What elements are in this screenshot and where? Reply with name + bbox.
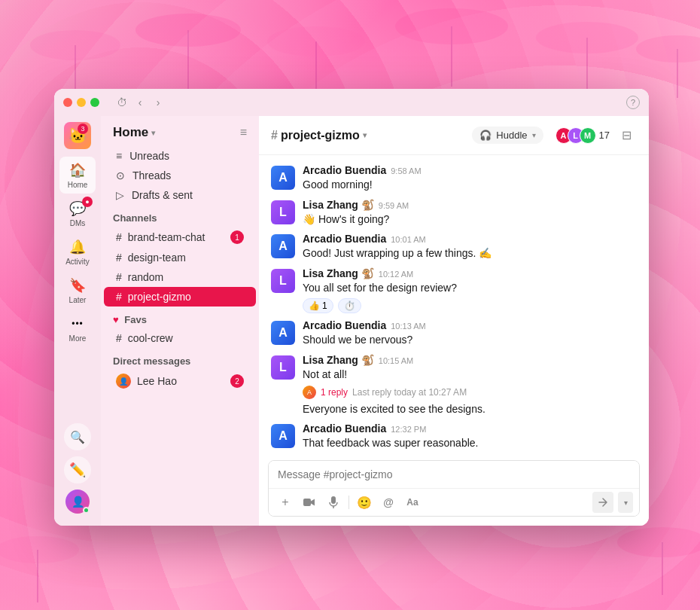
message-header: Arcadio Buendia 10:01 AM bbox=[303, 233, 637, 245]
forward-icon[interactable]: › bbox=[151, 95, 166, 110]
input-toolbar: + 🙂 @ Aa bbox=[269, 488, 639, 516]
message-reactions: 👍 1 ⏱️ bbox=[303, 298, 637, 313]
message-row: A Arcadio Buendia 10:13 AM Should we be … bbox=[271, 319, 637, 348]
message-time: 9:58 AM bbox=[391, 166, 421, 175]
reaction-timer[interactable]: ⏱️ bbox=[338, 298, 361, 313]
channel-random[interactable]: # random bbox=[104, 267, 256, 287]
format-button[interactable]: Aa bbox=[402, 492, 423, 513]
send-dropdown[interactable]: ▾ bbox=[618, 492, 633, 513]
workspace-logo[interactable]: 🐱 3 bbox=[64, 122, 91, 149]
sidebar-title[interactable]: Home ▾ bbox=[113, 125, 155, 140]
dm-lee-hao[interactable]: 👤 Lee Hao 2 bbox=[104, 370, 256, 392]
message-content: Arcadio Buendia 10:13 AM Should we be ne… bbox=[303, 319, 637, 348]
drafts-icon: ▷ bbox=[116, 189, 124, 201]
close-button[interactable] bbox=[63, 98, 72, 107]
threads-label: Threads bbox=[132, 169, 171, 181]
channel-brand-team-chat[interactable]: # brand-team-chat 1 bbox=[104, 227, 256, 248]
nav-item-threads[interactable]: ⊙ Threads bbox=[104, 166, 256, 185]
add-button[interactable]: + bbox=[275, 492, 296, 513]
back-icon[interactable]: ‹ bbox=[132, 95, 148, 110]
message-content: Arcadio Buendia 9:58 AM Good morning! bbox=[303, 164, 637, 193]
channel-cool-crew[interactable]: # cool-crew bbox=[104, 328, 256, 348]
sidebar-item-activity[interactable]: 🔔 Activity bbox=[59, 233, 96, 270]
svg-point-12 bbox=[0, 536, 79, 563]
message-content: Lisa Zhang 🐒 10:15 AM Not at all! A 1 re… bbox=[303, 354, 637, 416]
bookmark-icon[interactable]: ⊟ bbox=[616, 125, 637, 146]
send-button[interactable] bbox=[592, 492, 613, 513]
message-text: 👋 How's it going? bbox=[303, 212, 637, 227]
channel-title[interactable]: # project-gizmo ▾ bbox=[271, 129, 367, 142]
chevron-down-icon: ▾ bbox=[151, 129, 155, 137]
sidebar-item-later[interactable]: 🔖 Later bbox=[59, 272, 96, 309]
emoji-button[interactable]: 🙂 bbox=[354, 492, 375, 513]
sender-name: Lisa Zhang 🐒 bbox=[303, 199, 374, 211]
member-avatar-3: M bbox=[580, 127, 596, 144]
icon-sidebar-bottom: 🔍 ✏️ 👤 bbox=[64, 423, 91, 520]
sidebar-item-more[interactable]: ••• More bbox=[59, 310, 96, 347]
channel-name: project-gizmo bbox=[128, 291, 191, 303]
member-avatars[interactable]: A L M 17 bbox=[555, 127, 610, 144]
activity-icon: 🔔 bbox=[68, 238, 87, 256]
avatar-arcadio: A bbox=[271, 166, 295, 190]
activity-label: Activity bbox=[65, 258, 90, 266]
messages-area[interactable]: A Arcadio Buendia 9:58 AM Good morning! … bbox=[259, 155, 649, 454]
channel-hash-icon: # bbox=[271, 129, 278, 142]
filter-icon[interactable]: ≡ bbox=[240, 126, 247, 139]
svg-rect-17 bbox=[331, 496, 336, 504]
avatar-arcadio: A bbox=[271, 234, 295, 258]
message-input[interactable] bbox=[269, 461, 639, 488]
message-row: A Arcadio Buendia 10:01 AM Good! Just wr… bbox=[271, 233, 637, 261]
sidebar-item-home[interactable]: 🏠 Home bbox=[59, 157, 96, 194]
headphone-icon: 🎧 bbox=[479, 130, 492, 141]
icon-sidebar: 🐱 3 🏠 Home 💬 DMs ● 🔔 Activity 🔖 Later bbox=[54, 116, 101, 526]
message-time: 9:59 AM bbox=[379, 201, 409, 210]
sender-name: Arcadio Buendia bbox=[303, 233, 386, 245]
channel-name: design-team bbox=[128, 252, 186, 264]
chat-header: # project-gizmo ▾ 🎧 Huddle ▾ A L M 17 ⊟ bbox=[259, 116, 649, 155]
avatar-lisa: L bbox=[271, 355, 295, 380]
minimize-button[interactable] bbox=[77, 98, 86, 107]
video-button[interactable] bbox=[299, 492, 320, 513]
search-button[interactable]: 🔍 bbox=[64, 423, 91, 450]
maximize-button[interactable] bbox=[90, 98, 99, 107]
user-avatar[interactable]: 👤 bbox=[65, 490, 90, 514]
message-input-area: + 🙂 @ Aa bbox=[259, 454, 649, 526]
mention-button[interactable]: @ bbox=[378, 492, 399, 513]
thread-reply[interactable]: A 1 reply Last reply today at 10:27 AM bbox=[303, 386, 637, 399]
channel-design-team[interactable]: # design-team bbox=[104, 248, 256, 267]
toolbar-divider bbox=[348, 496, 349, 509]
member-count: 17 bbox=[599, 130, 610, 141]
later-icon: 🔖 bbox=[68, 276, 87, 294]
channel-project-gizmo[interactable]: # project-gizmo bbox=[104, 287, 256, 307]
channel-dropdown-icon: ▾ bbox=[363, 131, 367, 139]
message-content: Lisa Zhang 🐒 9:59 AM 👋 How's it going? bbox=[303, 199, 637, 227]
message-time: 10:01 AM bbox=[391, 235, 425, 244]
reply-count: 1 reply bbox=[321, 387, 348, 398]
sender-name: Arcadio Buendia bbox=[303, 319, 386, 331]
svg-rect-16 bbox=[303, 499, 311, 506]
sidebar-item-dms[interactable]: 💬 DMs ● bbox=[59, 195, 96, 232]
dm-avatar: 👤 bbox=[116, 374, 131, 389]
message-text: Should we be nervous? bbox=[303, 333, 637, 348]
continuation-text: Everyone is excited to see the designs. bbox=[303, 402, 637, 417]
later-label: Later bbox=[69, 296, 87, 304]
channels-section-label: Channels bbox=[101, 205, 259, 227]
mic-button[interactable] bbox=[323, 492, 344, 513]
help-button[interactable]: ? bbox=[626, 96, 640, 109]
nav-item-drafts[interactable]: ▷ Drafts & sent bbox=[104, 185, 256, 205]
hash-icon: # bbox=[116, 231, 122, 243]
sender-name: Arcadio Buendia bbox=[303, 422, 386, 435]
nav-item-unreads[interactable]: ≡ Unreads bbox=[104, 146, 256, 166]
huddle-button[interactable]: 🎧 Huddle ▾ bbox=[472, 127, 543, 144]
message-header: Lisa Zhang 🐒 9:59 AM bbox=[303, 199, 637, 211]
sender-name: Arcadio Buendia bbox=[303, 164, 386, 176]
huddle-chevron: ▾ bbox=[532, 131, 536, 139]
message-time: 10:13 AM bbox=[391, 322, 425, 331]
history-icon[interactable]: ⏱ bbox=[114, 95, 129, 110]
message-content: Lisa Zhang 🐒 10:12 AM You all set for th… bbox=[303, 267, 637, 314]
huddle-label: Huddle bbox=[496, 130, 527, 141]
compose-button[interactable]: ✏️ bbox=[64, 456, 91, 483]
unreads-icon: ≡ bbox=[116, 150, 122, 162]
reaction-thumbs-up[interactable]: 👍 1 bbox=[303, 298, 333, 313]
title-bar: ⏱ ‹ › ? bbox=[54, 89, 649, 116]
